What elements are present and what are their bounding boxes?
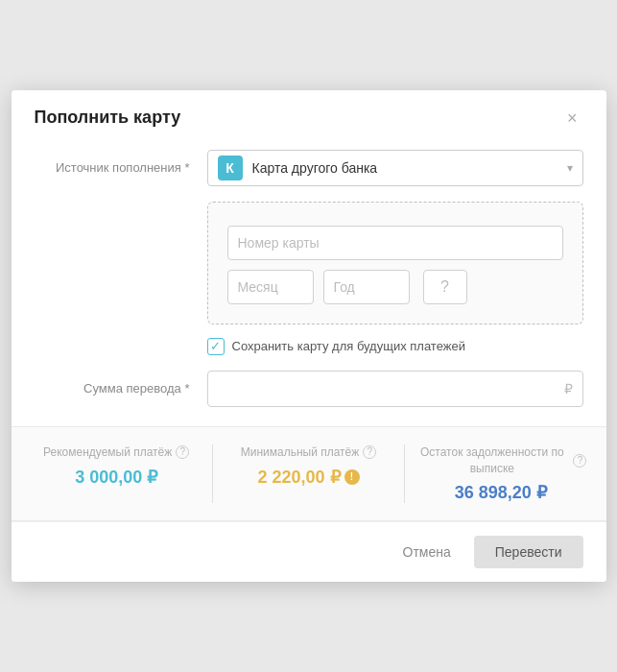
stat-recommended-label: Рекомендуемый платёж ? xyxy=(31,444,202,461)
stat-recommended-value: 3 000,00 ₽ xyxy=(31,467,202,488)
card-date-row: ? xyxy=(227,270,563,304)
stat-minimum-label: Минимальный платёж ? xyxy=(223,444,394,461)
modal-dialog: Пополнить карту × Источник пополнения * … xyxy=(12,90,606,583)
stat-minimum-value: 2 220,00 ₽ xyxy=(257,467,340,488)
modal-footer: Отмена Перевести xyxy=(12,521,606,582)
modal-title: Пополнить карту xyxy=(35,108,181,128)
amount-row: Сумма перевода * ₽ xyxy=(35,371,583,407)
save-card-row: ✓ Сохранить карту для будущих платежей xyxy=(207,338,583,355)
stat-balance-value: 36 898,20 ₽ xyxy=(415,482,586,503)
amount-currency: ₽ xyxy=(564,381,573,396)
save-card-checkbox[interactable]: ✓ xyxy=(207,338,225,355)
source-value: Карта другого банка xyxy=(252,160,567,176)
save-card-label: Сохранить карту для будущих платежей xyxy=(232,339,465,353)
close-button[interactable]: × xyxy=(561,108,583,129)
stat-minimum: Минимальный платёж ? 2 220,00 ₽ ! xyxy=(213,444,405,504)
cvv-box: ? xyxy=(423,270,467,304)
checkmark-icon: ✓ xyxy=(210,340,221,352)
question-icon: ? xyxy=(440,278,449,296)
source-select[interactable]: К Карта другого банка ▾ xyxy=(207,150,583,186)
source-row: Источник пополнения * К Карта другого ба… xyxy=(35,150,583,186)
card-input-box: ? xyxy=(207,202,583,324)
chevron-down-icon: ▾ xyxy=(567,161,573,175)
info-icon-recommended[interactable]: ? xyxy=(176,445,189,459)
stat-balance: Остаток задолженности по выписке ? 36 89… xyxy=(405,444,596,504)
stats-row: Рекомендуемый платёж ? 3 000,00 ₽ Минима… xyxy=(12,427,606,521)
modal-body: Источник пополнения * К Карта другого ба… xyxy=(12,140,606,407)
modal-header: Пополнить карту × xyxy=(12,90,606,140)
card-year-input[interactable] xyxy=(323,270,410,304)
submit-button[interactable]: Перевести xyxy=(474,536,583,568)
stat-balance-label: Остаток задолженности по выписке ? xyxy=(415,444,586,477)
source-label: Источник пополнения * xyxy=(35,160,207,175)
warning-icon: ! xyxy=(344,469,360,485)
info-icon-balance[interactable]: ? xyxy=(573,454,586,468)
amount-input-wrap: ₽ xyxy=(207,371,583,407)
amount-control: ₽ xyxy=(207,371,583,407)
stat-recommended: Рекомендуемый платёж ? 3 000,00 ₽ xyxy=(21,444,213,504)
card-number-input[interactable] xyxy=(227,226,563,260)
info-icon-minimum[interactable]: ? xyxy=(363,445,376,459)
card-month-input[interactable] xyxy=(227,270,314,304)
source-icon: К xyxy=(218,156,243,180)
cancel-button[interactable]: Отмена xyxy=(390,537,464,567)
source-control: К Карта другого банка ▾ xyxy=(207,150,583,186)
amount-input[interactable] xyxy=(218,381,560,396)
amount-label: Сумма перевода * xyxy=(35,381,207,396)
